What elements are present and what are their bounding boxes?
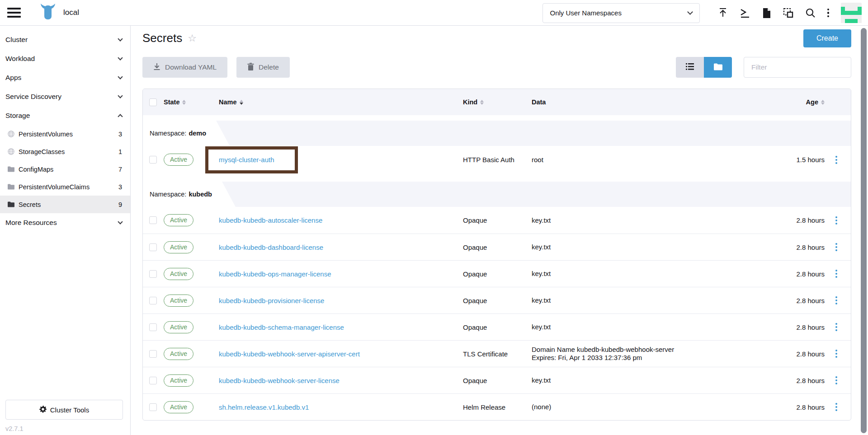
sidebar-item-storageclasses[interactable]: StorageClasses1 xyxy=(0,143,130,160)
table-row: Activekubedb-kubedb-schema-manager-licen… xyxy=(143,313,851,340)
sort-arrows-icon[interactable] xyxy=(240,100,243,105)
select-all-checkbox[interactable] xyxy=(149,98,157,106)
chevron-up-icon xyxy=(118,114,123,119)
row-checkbox[interactable] xyxy=(149,350,157,358)
search-icon[interactable] xyxy=(805,8,816,18)
row-select-cell xyxy=(143,243,164,251)
create-button[interactable]: Create xyxy=(803,29,851,47)
sidebar-item-apps[interactable]: Apps xyxy=(0,68,130,87)
name-cell: kubedb-kubedb-dashboard-license xyxy=(219,243,463,251)
row-kebab-menu-icon[interactable] xyxy=(835,403,837,411)
row-kebab-menu-icon[interactable] xyxy=(835,156,837,164)
sidebar-group-workload: Workload xyxy=(0,49,130,68)
avatar-cell xyxy=(849,7,853,11)
vertical-scrollbar[interactable] xyxy=(861,28,867,433)
chevron-down-icon xyxy=(118,55,123,60)
secret-name-link[interactable]: kubedb-kubedb-dashboard-license xyxy=(219,243,323,251)
sort-arrows-icon[interactable] xyxy=(821,100,825,105)
row-kebab-menu-icon[interactable] xyxy=(835,296,837,304)
data-line: key.txt xyxy=(532,323,758,331)
row-checkbox[interactable] xyxy=(149,297,157,304)
download-yaml-button[interactable]: Download YAML xyxy=(142,57,227,78)
age-cell: 2.8 hours xyxy=(758,377,826,384)
sidebar-item-storage[interactable]: Storage xyxy=(0,106,130,125)
column-header-state[interactable]: State xyxy=(164,98,219,106)
globe-icon xyxy=(8,131,15,137)
favorite-star-icon[interactable]: ☆ xyxy=(188,33,197,44)
cluster-tools-button[interactable]: Cluster Tools xyxy=(5,400,123,420)
chevron-down-icon xyxy=(118,36,123,41)
row-select-cell xyxy=(143,297,164,304)
sidebar-item-workload[interactable]: Workload xyxy=(0,49,130,68)
row-select-cell xyxy=(143,270,164,278)
secret-name-link[interactable]: kubedb-kubedb-autoscaler-license xyxy=(219,216,322,224)
kubectl-shell-icon[interactable] xyxy=(740,8,750,18)
row-kebab-menu-icon[interactable] xyxy=(835,350,837,358)
avatar[interactable] xyxy=(841,3,862,23)
snapshot-icon[interactable] xyxy=(783,8,793,18)
sidebar-item-cluster[interactable]: Cluster xyxy=(0,30,130,49)
data-line: key.txt xyxy=(532,216,758,225)
sort-arrows-icon[interactable] xyxy=(182,100,186,105)
secret-name-link[interactable]: kubedb-kubedb-ops-manager-license xyxy=(219,270,331,278)
column-header-name[interactable]: Name xyxy=(219,98,463,106)
row-kebab-menu-icon[interactable] xyxy=(835,216,837,225)
sidebar-group-label: Service Discovery xyxy=(5,93,61,101)
row-kebab-menu-icon[interactable] xyxy=(835,323,837,331)
namespace-filter-dropdown[interactable]: Only User Namespaces xyxy=(542,3,700,23)
avatar-cell xyxy=(858,3,862,7)
secret-name-link[interactable]: kubedb-kubedb-webhook-server-license xyxy=(219,377,340,384)
row-checkbox[interactable] xyxy=(149,377,157,384)
row-checkbox[interactable] xyxy=(149,243,157,251)
kebab-menu-icon[interactable] xyxy=(827,9,830,18)
row-select-cell xyxy=(143,216,164,224)
table-row: Activesh.helm.release.v1.kubedb.v1Helm R… xyxy=(143,393,851,420)
sidebar-item-label: StorageClasses xyxy=(19,148,118,155)
delete-button[interactable]: Delete xyxy=(236,57,290,78)
secret-name-link[interactable]: kubedb-kubedb-schema-manager-license xyxy=(219,323,344,331)
row-kebab-menu-icon[interactable] xyxy=(835,243,837,251)
list-view-button[interactable] xyxy=(676,57,704,78)
secret-name-link[interactable]: kubedb-kubedb-provisioner-license xyxy=(219,297,324,304)
state-cell: Active xyxy=(164,348,219,360)
select-all-cell xyxy=(143,98,164,106)
status-badge: Active xyxy=(164,401,193,413)
row-kebab-menu-icon[interactable] xyxy=(835,376,837,384)
namespace-group-header: Namespace:kubedb xyxy=(143,182,851,207)
table-row: Activekubedb-kubedb-ops-manager-licenseO… xyxy=(143,260,851,287)
row-kebab-menu-icon[interactable] xyxy=(835,270,837,278)
row-checkbox[interactable] xyxy=(149,403,157,411)
secret-name-link[interactable]: kubedb-kubedb-webhook-server-apiserver-c… xyxy=(219,350,360,358)
column-header-kind[interactable]: Kind xyxy=(463,98,532,106)
age-cell: 2.8 hours xyxy=(758,270,826,278)
row-checkbox[interactable] xyxy=(149,156,157,164)
table-row: Activekubedb-kubedb-dashboard-licenseOpa… xyxy=(143,234,851,260)
data-cell: root xyxy=(532,156,758,164)
sidebar-group-apps: Apps xyxy=(0,68,130,87)
table-row: Activekubedb-kubedb-webhook-server-licen… xyxy=(143,367,851,393)
sidebar-item-persistentvolumeclaims[interactable]: PersistentVolumeClaims3 xyxy=(0,178,130,196)
column-header-age[interactable]: Age xyxy=(758,98,826,106)
secret-name-link[interactable]: sh.helm.release.v1.kubedb.v1 xyxy=(219,403,309,411)
data-cell: key.txt xyxy=(532,323,758,331)
file-icon[interactable] xyxy=(762,8,771,19)
import-yaml-icon[interactable] xyxy=(718,8,728,18)
row-checkbox[interactable] xyxy=(149,216,157,224)
hamburger-menu-icon[interactable] xyxy=(7,8,21,18)
data-cell: key.txt xyxy=(532,376,758,384)
sidebar-item-more-resources[interactable]: More Resources xyxy=(0,213,130,232)
sidebar-item-secrets[interactable]: Secrets9 xyxy=(0,196,130,213)
sidebar-item-label: ConfigMaps xyxy=(19,166,118,173)
state-cell: Active xyxy=(164,241,219,253)
avatar-cell xyxy=(841,15,845,19)
avatar-cell xyxy=(854,3,858,7)
sidebar-item-persistentvolumes[interactable]: PersistentVolumes3 xyxy=(0,125,130,143)
filter-input[interactable] xyxy=(744,57,851,78)
row-checkbox[interactable] xyxy=(149,323,157,331)
sort-arrows-icon[interactable] xyxy=(480,100,484,105)
sidebar-item-service-discovery[interactable]: Service Discovery xyxy=(0,87,130,106)
secret-name-link[interactable]: mysql-cluster-auth xyxy=(219,156,274,164)
grouped-view-button[interactable] xyxy=(704,57,732,78)
sidebar-item-configmaps[interactable]: ConfigMaps7 xyxy=(0,160,130,178)
row-checkbox[interactable] xyxy=(149,270,157,278)
